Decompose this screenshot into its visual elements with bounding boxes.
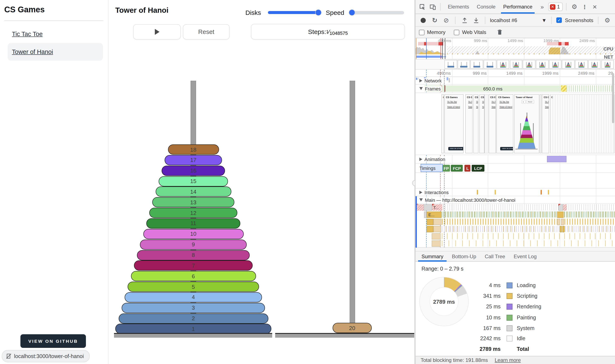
animation-track[interactable]: Animation [416,155,615,164]
devtools-tab-console[interactable]: Console [473,0,499,13]
web-vitals-checkbox[interactable] [454,29,460,35]
devtools-tab-performance[interactable]: Performance [499,0,536,13]
flame-block[interactable]: E... [427,211,441,218]
animation-event-block[interactable] [547,156,567,162]
timing-mark-fp[interactable]: FP [443,165,450,172]
screenshot-thumbnail[interactable]: CS GamesTic Tac ToeTower of Hanoi [465,94,473,153]
error-icon: ✕ [550,4,556,10]
error-count-badge[interactable]: ✕ 1 [548,2,563,11]
timeline-overview[interactable]: CPU NET 499 ms999 ms1499 ms1999 ms2499 m… [416,38,615,59]
reset-button[interactable]: Reset [183,24,230,39]
flame-block[interactable] [557,211,564,218]
reload-and-record-icon[interactable]: ↻ [430,16,439,25]
flame-block[interactable] [561,219,564,225]
devtools-tab-elements[interactable]: Elements [444,0,473,13]
screenshot-thumbnail[interactable]: CS GamesTic Tac ToeTower of Hanoi [542,94,549,153]
filmstrip-thumbnail[interactable] [575,60,587,69]
filmstrip-thumbnail[interactable] [523,60,535,69]
filmstrip-thumbnail[interactable] [471,60,483,69]
filmstrip-thumbnail[interactable] [445,60,457,69]
frames-track[interactable]: 650.0 ms Frames [416,85,615,93]
flame-row [416,233,615,240]
details-tab-event-log[interactable]: Event Log [509,251,541,261]
screenshot-compressed-strip[interactable]: C [550,94,614,153]
flame-block[interactable] [433,219,441,225]
device-toolbar-icon[interactable] [428,2,437,11]
record-icon[interactable] [419,16,427,25]
play-button[interactable] [133,24,181,39]
network-track[interactable]: Network [416,77,615,85]
sidebar-item-tower-of-hanoi[interactable]: Tower of Hanoi [12,48,53,55]
timing-mark-lcp[interactable]: LCP [472,165,485,172]
learn-more-link[interactable]: Learn more [495,357,521,363]
main-thread-track-header[interactable]: Main — http://localhost:3000/tower-of-ha… [416,196,615,204]
details-tab-bottom-up[interactable]: Bottom-Up [448,251,481,261]
vertical-scrollbar-thumb[interactable] [612,73,614,123]
disks-slider[interactable] [268,9,321,16]
screenshot-thumbnail[interactable]: CS GamesTic Tac ToeTower of Hanoi [473,94,478,153]
memory-checkbox[interactable] [419,29,424,35]
filmstrip-thumbnail[interactable] [562,60,574,69]
load-profile-icon[interactable] [460,16,469,25]
expand-arrow-icon[interactable] [419,198,423,201]
flame-block[interactable] [427,226,433,232]
timings-track[interactable]: FPFCPLLCP Timings [416,164,615,173]
flame-block[interactable] [432,233,441,239]
settings-gear-icon[interactable]: ⚙ [570,2,579,11]
main-thread-flame-chart[interactable]: T...E... [416,204,615,248]
view-on-github-button[interactable]: VIEW ON GITHUB [20,334,86,348]
sidebar-item-tic-tac-toe[interactable]: Tic Tac Toe [12,31,43,37]
screenshot-thumbnail[interactable]: Tower of Hanoi▸Reset [514,94,539,153]
screenshot-thumbnail[interactable]: CS GamesTic Tac ToeTower of HanoiVIEW ON… [497,94,513,153]
flame-block[interactable] [562,226,564,232]
timing-mark-fcp[interactable]: FCP [451,165,462,172]
kebab-menu-icon[interactable]: ⋮ [580,2,589,11]
screenshot-thumbnail[interactable]: CS [441,94,444,153]
screenshot-thumbnail[interactable]: CS [540,94,541,153]
collapse-arrow-icon[interactable] [419,79,422,82]
filmstrip-thumbnail[interactable] [536,60,548,69]
filmstrip-thumbnail[interactable] [457,60,470,69]
flame-block[interactable] [432,240,441,247]
screenshot-thumbnail[interactable]: CS GamesTic Tac ToeTower of Hanoi [489,94,496,153]
details-tab-call-tree[interactable]: Call Tree [480,251,509,261]
disks-slider-thumb[interactable] [315,9,321,16]
screenshot-compressed-strip[interactable] [485,94,488,153]
more-tabs-icon[interactable]: » [538,2,546,11]
history-dropdown[interactable]: localhost #6 ▼ [490,17,547,23]
collapse-arrow-icon[interactable] [419,157,422,161]
filmstrip-thumbnail[interactable] [484,60,496,69]
flame-block[interactable] [424,211,426,218]
capture-settings-gear-icon[interactable]: ⚙ [603,16,612,25]
timing-mark-l[interactable]: L [465,165,471,172]
inspect-element-icon[interactable] [418,2,427,11]
filmstrip-thumbnail[interactable] [497,60,509,69]
filmstrip-thumbnail[interactable] [588,60,601,69]
save-profile-icon[interactable] [472,16,480,25]
screenshots-checkbox[interactable]: ✓ [557,17,562,23]
filmstrip-thumbnail[interactable] [601,60,614,69]
flame-block[interactable] [433,226,441,232]
expand-arrow-icon[interactable] [419,87,423,90]
screenshot-thumbnail[interactable]: CS GamesTic Tac ToeTower of Hanoi [479,94,484,153]
trash-icon[interactable] [496,28,504,37]
legend-swatch [506,315,513,321]
flame-block[interactable] [427,219,433,225]
speed-slider[interactable] [349,9,404,16]
interactions-track[interactable]: Interactions [416,188,615,196]
flame-block[interactable] [563,204,567,210]
collapse-arrow-icon[interactable] [419,191,422,194]
details-tab-summary[interactable]: Summary [417,251,448,261]
flame-block[interactable] [559,226,562,232]
filmstrip-thumbnail[interactable] [549,60,562,69]
long-task-red-segment [424,42,426,45]
memory-label: Memory [427,29,446,35]
flame-block[interactable] [424,204,432,210]
screenshot-thumbnail[interactable]: CS GamesTic Tac ToeTower of HanoiVIEW ON… [444,94,463,153]
flame-block[interactable] [557,219,560,225]
filmstrip-thumbnail[interactable] [510,60,522,69]
clear-recording-icon[interactable]: ⊘ [442,16,450,25]
disk-12: 12 [149,208,237,218]
speed-slider-thumb[interactable] [349,9,355,16]
close-devtools-icon[interactable]: ✕ [590,2,599,11]
